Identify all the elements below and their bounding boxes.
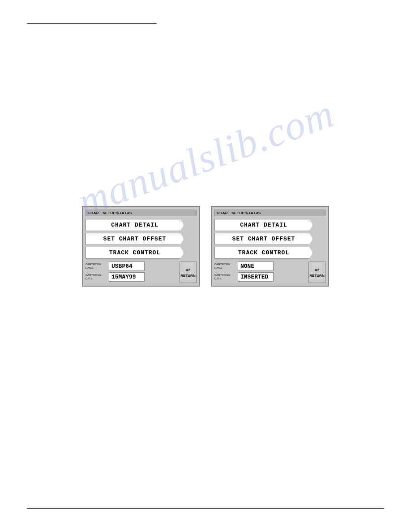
- cartridge-date-label-right: CARTRIDGEDATE:: [214, 274, 238, 280]
- panels-container: CHART SETUP/STATUS CHART DETAIL SET CHAR…: [82, 206, 329, 287]
- top-rule: [27, 23, 157, 24]
- panel-right: CHART SETUP/STATUS CHART DETAIL SET CHAR…: [211, 206, 329, 287]
- cartridge-date-row-right: CARTRIDGEDATE: INSERTED: [214, 272, 306, 282]
- cartridge-name-row-right: CARTRIDGENAME: NONE: [214, 262, 306, 271]
- btn-track-control-right[interactable]: TRACK CONTROL: [214, 247, 313, 259]
- return-arrow-icon-left: ↩: [186, 267, 190, 273]
- cartridge-date-row-left: CARTRIDGEDATE: 15MAY99: [86, 272, 177, 282]
- btn-chart-detail-left[interactable]: CHART DETAIL: [86, 219, 184, 231]
- cartridge-date-value-right: INSERTED: [238, 272, 274, 282]
- panel-left-header: CHART SETUP/STATUS: [86, 210, 197, 216]
- info-fields-right: CARTRIDGENAME: NONE CARTRIDGEDATE: INSER…: [214, 262, 306, 283]
- return-button-left[interactable]: ↩ RETURN: [180, 262, 197, 283]
- btn-set-chart-offset-left[interactable]: SET CHART OFFSET: [86, 233, 184, 245]
- return-arrow-icon-right: ↩: [315, 267, 319, 273]
- btn-track-control-left[interactable]: TRACK CONTROL: [86, 247, 184, 259]
- return-button-right[interactable]: ↩ RETURN: [308, 262, 325, 283]
- cartridge-date-label-left: CARTRIDGEDATE:: [86, 274, 109, 280]
- return-label-left: RETURN: [180, 274, 195, 278]
- watermark: manualslib.com: [72, 90, 340, 225]
- info-fields-left: CARTRIDGENAME: USBP64 CARTRIDGEDATE: 15M…: [86, 262, 177, 283]
- cartridge-name-label-left: CARTRIDGENAME:: [86, 263, 109, 269]
- cartridge-date-value-left: 15MAY99: [109, 272, 145, 282]
- cartridge-name-row-left: CARTRIDGENAME: USBP64: [86, 262, 177, 271]
- cartridge-name-value-right: NONE: [238, 262, 274, 271]
- return-label-right: RETURN: [309, 274, 324, 278]
- btn-chart-detail-right[interactable]: CHART DETAIL: [214, 219, 313, 231]
- bottom-rule: [27, 508, 384, 509]
- panel-right-header: CHART SETUP/STATUS: [214, 210, 325, 216]
- cartridge-name-label-right: CARTRIDGENAME:: [214, 263, 238, 269]
- cartridge-name-value-left: USBP64: [109, 262, 145, 271]
- btn-set-chart-offset-right[interactable]: SET CHART OFFSET: [214, 233, 313, 245]
- panel-left: CHART SETUP/STATUS CHART DETAIL SET CHAR…: [82, 206, 200, 287]
- info-area-left: CARTRIDGENAME: USBP64 CARTRIDGEDATE: 15M…: [86, 262, 197, 283]
- info-area-right: CARTRIDGENAME: NONE CARTRIDGEDATE: INSER…: [214, 262, 325, 283]
